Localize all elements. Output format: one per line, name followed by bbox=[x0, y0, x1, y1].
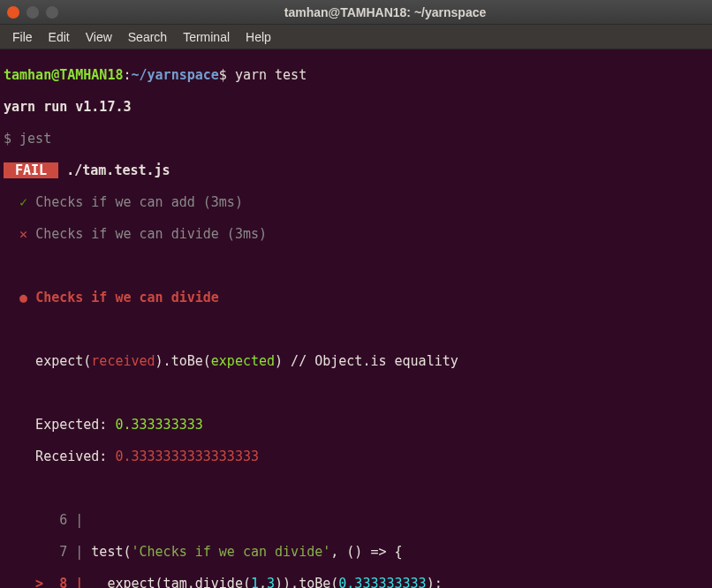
typed-command: yarn test bbox=[235, 67, 307, 83]
fail-badge: FAIL bbox=[4, 162, 58, 178]
menu-edit[interactable]: Edit bbox=[42, 28, 77, 46]
check-icon: ✓ bbox=[19, 194, 27, 210]
prompt-cwd: ~/yarnspace bbox=[132, 67, 219, 83]
close-icon[interactable] bbox=[7, 6, 19, 19]
jest-line: $ jest bbox=[4, 131, 708, 147]
window-title-bar: tamhan@TAMHAN18: ~/yarnspace bbox=[0, 0, 712, 25]
menu-bar: File Edit View Search Terminal Help bbox=[0, 25, 712, 49]
terminal-area[interactable]: tamhan@TAMHAN18:~/yarnspace$ yarn test y… bbox=[0, 49, 712, 588]
expected-line: Expected: 0.333333333 bbox=[4, 417, 708, 433]
yarn-run-line: yarn run v1.17.3 bbox=[4, 99, 708, 115]
minimize-icon[interactable] bbox=[27, 6, 39, 19]
menu-search[interactable]: Search bbox=[121, 28, 174, 46]
fail-file: ./tam.test.js bbox=[66, 162, 170, 178]
fail-check-line: ✕ Checks if we can divide (3ms) bbox=[4, 226, 708, 242]
fail-file-line: FAIL ./tam.test.js bbox=[4, 162, 708, 178]
cross-icon: ✕ bbox=[19, 226, 27, 242]
maximize-icon[interactable] bbox=[46, 6, 58, 19]
code-line-6: 6 | bbox=[4, 512, 708, 528]
bullet-icon: ● bbox=[19, 290, 27, 305]
pass-check-line: ✓ Checks if we can add (3ms) bbox=[4, 194, 708, 210]
menu-file[interactable]: File bbox=[5, 28, 40, 46]
received-line: Received: 0.3333333333333333 bbox=[4, 449, 708, 464]
fail-header-line: ● Checks if we can divide bbox=[4, 290, 708, 305]
prompt-line: tamhan@TAMHAN18:~/yarnspace$ yarn test bbox=[4, 67, 708, 83]
window-title: tamhan@TAMHAN18: ~/yarnspace bbox=[65, 5, 705, 19]
menu-terminal[interactable]: Terminal bbox=[176, 28, 237, 46]
prompt-userhost: tamhan@TAMHAN18 bbox=[4, 67, 123, 83]
menu-view[interactable]: View bbox=[79, 28, 119, 46]
expect-signature: expect(received).toBe(expected) // Objec… bbox=[4, 353, 708, 369]
code-line-8: > 8 | expect(tam.divide(1,3)).toBe(0.333… bbox=[4, 576, 708, 588]
code-line-7: 7 | test('Checks if we can divide', () =… bbox=[4, 544, 708, 560]
menu-help[interactable]: Help bbox=[239, 28, 278, 46]
